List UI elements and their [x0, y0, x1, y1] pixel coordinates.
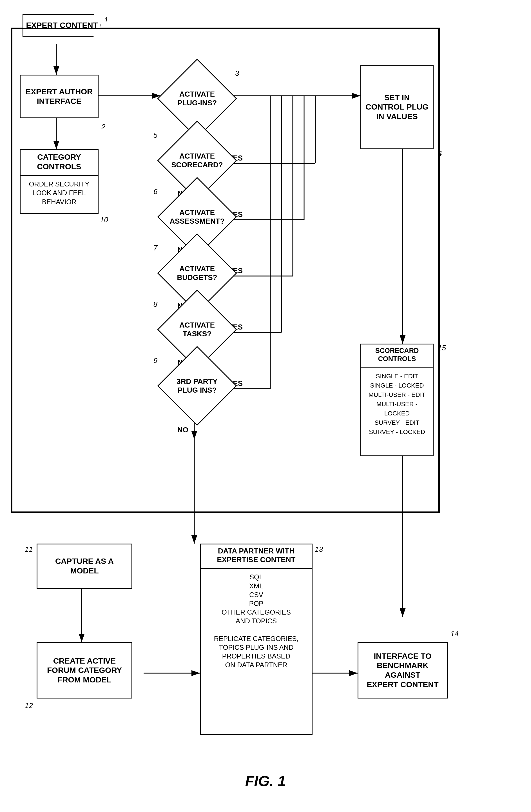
- interface-benchmark-label: INTERFACE TO BENCHMARK AGAINST EXPERT CO…: [361, 651, 444, 689]
- label-9: 9: [153, 356, 157, 365]
- expert-author-label: EXPERT AUTHOR INTERFACE: [26, 87, 93, 106]
- label-6: 6: [153, 187, 157, 196]
- label-2: 2: [101, 122, 105, 131]
- label-13: 13: [315, 545, 323, 554]
- activate-tasks-label: ACTIVATE TASKS?: [169, 301, 225, 358]
- activate-plugins-label: ACTIVATE PLUG-INS?: [169, 70, 225, 127]
- label-10: 10: [100, 216, 108, 224]
- activate-scorecard-wrapper: ACTIVATE SCORECARD?: [163, 130, 231, 191]
- label-15: 15: [438, 344, 446, 352]
- set-control-label: SET IN CONTROL PLUG IN VALUES: [364, 93, 430, 121]
- label-5: 5: [153, 131, 157, 140]
- activate-scorecard-label: ACTIVATE SCORECARD?: [169, 132, 225, 189]
- label-1: 1: [104, 15, 108, 24]
- activate-budgets-wrapper: ACTIVATE BUDGETS?: [163, 242, 231, 304]
- data-partner-box: DATA PARTNER WITH EXPERTISE CONTENT SQL …: [200, 543, 312, 735]
- scorecard-controls-top-label: SCORECARD CONTROLS: [361, 345, 433, 365]
- label-4: 4: [438, 149, 442, 158]
- create-forum-label: CREATE ACTIVE FORUM CATEGORY FROM MODEL: [47, 656, 122, 685]
- label-7: 7: [153, 244, 157, 252]
- label-3: 3: [235, 69, 239, 78]
- activate-assessment-label: ACTIVATE ASSESSMENT?: [169, 189, 225, 245]
- fig-caption: FIG. 1: [0, 772, 531, 789]
- third-party-wrapper: 3RD PARTY PLUG INS?: [163, 355, 231, 417]
- create-forum-box: CREATE ACTIVE FORUM CATEGORY FROM MODEL: [36, 642, 132, 698]
- activate-budgets-label: ACTIVATE BUDGETS?: [169, 245, 225, 301]
- category-controls-box: CATEGORY CONTROLS ORDER SECURITY LOOK AN…: [20, 149, 99, 214]
- activate-plugins-wrapper: ACTIVATE PLUG-INS?: [163, 68, 231, 130]
- expert-author-box: EXPERT AUTHOR INTERFACE: [20, 75, 99, 118]
- third-party-label: 3RD PARTY PLUG INS?: [169, 358, 225, 414]
- activate-tasks-wrapper: ACTIVATE TASKS?: [163, 299, 231, 361]
- label-8: 8: [153, 300, 157, 309]
- data-partner-top-label: DATA PARTNER WITH EXPERTISE CONTENT: [201, 545, 312, 566]
- label-14: 14: [451, 629, 459, 638]
- label-12: 12: [25, 701, 33, 710]
- data-partner-bottom-label: SQL XML CSV POP OTHER CATEGORIES AND TOP…: [201, 570, 312, 671]
- scorecard-controls-box: SCORECARD CONTROLS SINGLE - EDIT SINGLE …: [360, 344, 433, 456]
- diagram-container: YES NO YES NO YES NO YES NO YES: [0, 0, 531, 812]
- set-control-box: SET IN CONTROL PLUG IN VALUES: [360, 65, 433, 149]
- capture-model-box: CAPTURE AS A MODEL: [36, 543, 132, 589]
- category-controls-bottom-label: ORDER SECURITY LOOK AND FEEL BEHAVIOR: [20, 177, 98, 208]
- category-controls-top-label: CATEGORY CONTROLS: [20, 150, 98, 174]
- interface-benchmark-box: INTERFACE TO BENCHMARK AGAINST EXPERT CO…: [357, 642, 448, 698]
- scorecard-controls-bottom-label: SINGLE - EDIT SINGLE - LOCKED MULTI-USER…: [361, 369, 433, 439]
- label-11: 11: [25, 545, 33, 554]
- capture-model-label: CAPTURE AS A MODEL: [55, 556, 114, 576]
- activate-assessment-wrapper: ACTIVATE ASSESSMENT?: [163, 186, 231, 248]
